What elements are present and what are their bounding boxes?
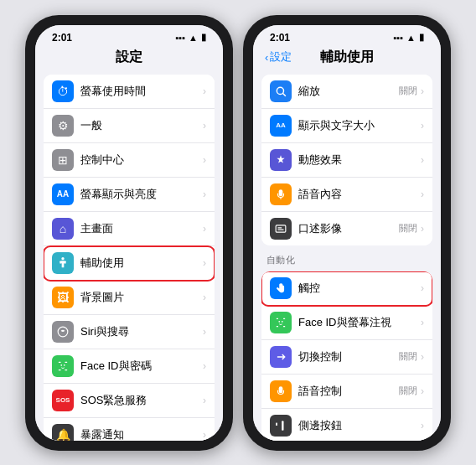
- svg-rect-3: [65, 361, 67, 362]
- time-left: 2:01: [52, 32, 72, 44]
- accessibility-label: 輔助使用: [80, 256, 203, 271]
- display-text-icon: AA: [270, 115, 292, 137]
- back-label: 設定: [270, 49, 292, 65]
- faceid-icon: [52, 355, 74, 377]
- svg-point-8: [277, 87, 283, 94]
- list-item-home[interactable]: ⌂ 主畫面 ›: [44, 212, 215, 246]
- chevron-wallpaper: ›: [203, 292, 206, 303]
- battery-icon: ▮: [201, 32, 206, 43]
- chevron-speech: ›: [421, 189, 424, 200]
- touch-label: 觸控: [298, 281, 421, 296]
- home-icon: ⌂: [52, 218, 74, 240]
- chevron-faceid: ›: [203, 360, 206, 372]
- list-item-zoom[interactable]: 縮放 關閉 ›: [261, 75, 432, 109]
- nav-bar-left: 設定: [35, 45, 223, 71]
- voicecontrol-toggle-label: 關閉: [399, 385, 417, 397]
- sos-icon: SOS: [52, 390, 74, 411]
- time-right: 2:01: [270, 32, 290, 44]
- status-bar-left: 2:01 ▪▪▪ ▲ ▮: [35, 25, 223, 45]
- list-item-siri[interactable]: Siri與搜尋 ›: [44, 315, 215, 349]
- svg-rect-5: [65, 369, 67, 370]
- phone-right: 2:01 ▪▪▪ ▲ ▮ ‹ 設定 輔助使用: [243, 15, 451, 451]
- accessibility-icon: [52, 252, 74, 274]
- svg-line-9: [282, 93, 286, 96]
- svg-rect-14: [277, 318, 278, 318]
- chevron-display: ›: [203, 189, 206, 200]
- voicecontrol-toggle: 關閉 ›: [399, 385, 424, 397]
- screen-left: 2:01 ▪▪▪ ▲ ▮ 設定 ⏱ 螢幕使用時間 › ⚙ 一般: [35, 25, 223, 441]
- list-item-display[interactable]: AA 螢幕顯示與亮度 ›: [44, 178, 215, 212]
- wifi-icon: ▲: [189, 33, 198, 43]
- chevron-exposure: ›: [203, 429, 206, 441]
- faceid2-icon: [270, 312, 292, 333]
- list-item-accessibility[interactable]: 輔助使用 ›: [44, 246, 215, 281]
- list-item-exposure[interactable]: 🔔 暴露通知 ›: [44, 418, 215, 441]
- screen-time-icon: ⏱: [52, 80, 74, 102]
- exposure-icon: 🔔: [52, 424, 74, 441]
- list-item-caption[interactable]: 口述影像 關閉 ›: [261, 212, 432, 245]
- list-item-side[interactable]: 側邊按鈕 ›: [261, 409, 432, 441]
- faceid2-label: Face ID與螢幕注視: [298, 315, 421, 330]
- list-item-speech[interactable]: 語音內容 ›: [261, 178, 432, 212]
- list-item-faceid[interactable]: Face ID與密碼 ›: [44, 349, 215, 384]
- svg-rect-16: [277, 326, 278, 327]
- display-text-label: 顯示與文字大小: [298, 118, 421, 133]
- wifi-icon-right: ▲: [406, 33, 416, 43]
- svg-rect-21: [276, 422, 277, 426]
- list-item-motion[interactable]: 動態效果 ›: [261, 143, 432, 178]
- chevron-faceid2: ›: [421, 317, 424, 328]
- nav-bar-right: ‹ 設定 輔助使用: [253, 45, 441, 71]
- zoom-icon: [270, 80, 292, 102]
- battery-icon-right: ▮: [419, 32, 424, 43]
- list-item-switch[interactable]: 切換控制 關閉 ›: [261, 340, 432, 375]
- phone-left: 2:01 ▪▪▪ ▲ ▮ 設定 ⏱ 螢幕使用時間 › ⚙ 一般: [25, 15, 233, 451]
- motion-icon: [270, 149, 292, 171]
- display-label: 螢幕顯示與亮度: [80, 187, 203, 202]
- caption-toggle: 關閉 ›: [399, 222, 424, 235]
- list-item-screen-time[interactable]: ⏱ 螢幕使用時間 ›: [44, 75, 215, 109]
- zoom-label: 縮放: [298, 84, 399, 99]
- svg-point-7: [64, 364, 65, 365]
- svg-point-18: [278, 320, 280, 322]
- chevron-home: ›: [203, 223, 206, 235]
- screen-time-label: 螢幕使用時間: [80, 84, 203, 99]
- chevron-motion: ›: [421, 154, 424, 166]
- list-item-sos[interactable]: SOS SOS緊急服務 ›: [44, 384, 215, 418]
- chevron-touch: ›: [421, 282, 424, 294]
- settings-list-left: ⏱ 螢幕使用時間 › ⚙ 一般 › ⊞ 控制中心 › AA 螢幕顯示與亮度: [35, 71, 223, 441]
- list-item-faceid2[interactable]: Face ID與螢幕注視 ›: [261, 306, 432, 340]
- list-item-wallpaper[interactable]: 🖼 背景圖片 ›: [44, 281, 215, 315]
- home-label: 主畫面: [80, 221, 203, 236]
- list-item-general[interactable]: ⚙ 一般 ›: [44, 109, 215, 143]
- chevron-siri: ›: [203, 326, 206, 338]
- settings-list-right: 縮放 關閉 › AA 顯示與文字大小 ›: [253, 71, 441, 441]
- side-label: 側邊按鈕: [298, 418, 421, 433]
- speech-label: 語音內容: [298, 187, 421, 202]
- display-icon: AA: [52, 183, 74, 205]
- switch-label: 切換控制: [298, 349, 399, 364]
- list-group-left: ⏱ 螢幕使用時間 › ⚙ 一般 › ⊞ 控制中心 › AA 螢幕顯示與亮度: [44, 75, 215, 441]
- list-item-display-text[interactable]: AA 顯示與文字大小 ›: [261, 109, 432, 143]
- voicecontrol-label: 語音控制: [298, 384, 399, 399]
- svg-point-0: [61, 257, 64, 260]
- control-center-icon: ⊞: [52, 149, 74, 171]
- caption-chevron: ›: [421, 223, 424, 235]
- chevron-control-center: ›: [203, 154, 206, 166]
- back-chevron-icon: ‹: [265, 51, 268, 64]
- screen-right: 2:01 ▪▪▪ ▲ ▮ ‹ 設定 輔助使用: [253, 25, 441, 441]
- zoom-chevron: ›: [421, 85, 424, 97]
- svg-point-19: [282, 320, 283, 322]
- status-icons-left: ▪▪▪ ▲ ▮: [175, 32, 206, 43]
- chevron-display-text: ›: [421, 120, 424, 132]
- chevron-screen-time: ›: [203, 85, 206, 97]
- svg-point-6: [60, 364, 62, 365]
- list-item-control-center[interactable]: ⊞ 控制中心 ›: [44, 143, 215, 178]
- list-item-voicecontrol[interactable]: 語音控制 關閉 ›: [261, 375, 432, 409]
- back-button[interactable]: ‹ 設定: [265, 49, 292, 65]
- svg-rect-20: [282, 421, 283, 431]
- side-icon: [270, 415, 292, 437]
- svg-rect-4: [59, 369, 61, 370]
- chevron-general: ›: [203, 120, 206, 132]
- list-item-touch[interactable]: 觸控 ›: [261, 271, 432, 306]
- wallpaper-icon: 🖼: [52, 287, 74, 308]
